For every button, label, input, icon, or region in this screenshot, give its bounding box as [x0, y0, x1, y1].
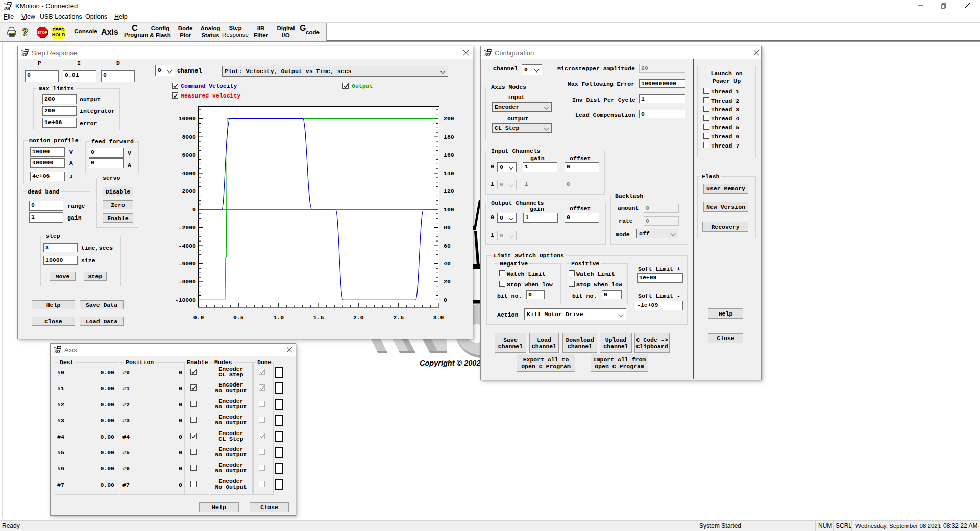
svg-text:STOP: STOP	[37, 30, 47, 35]
svg-text:?: ?	[22, 26, 28, 38]
svg-text:DM: DM	[21, 53, 28, 57]
svg-text:DM: DM	[484, 53, 491, 57]
svg-text:Copyright © 2002: Copyright © 2002	[420, 359, 480, 367]
svg-text:DM: DM	[4, 6, 10, 10]
svg-text:DM: DM	[54, 350, 60, 354]
